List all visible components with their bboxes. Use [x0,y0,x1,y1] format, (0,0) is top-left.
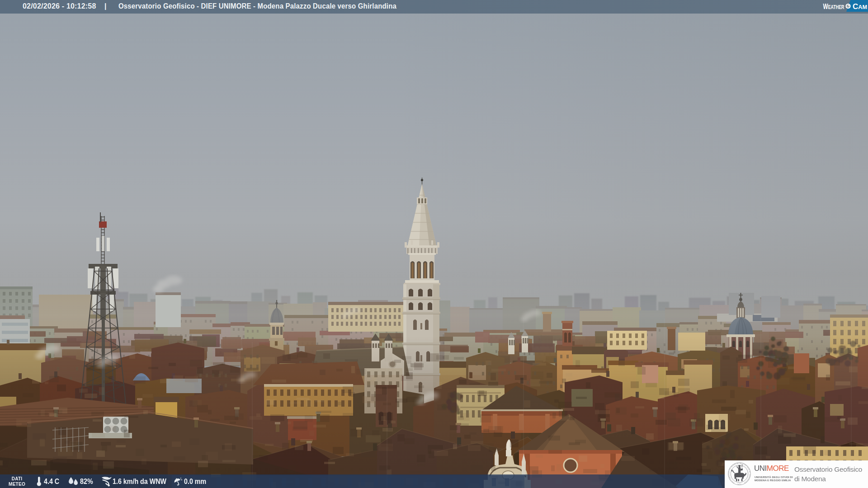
svg-text:CAM: CAM [853,3,867,10]
svg-text:WEATHER: WEATHER [823,3,844,10]
svg-text:1473: 1473 [737,483,741,485]
